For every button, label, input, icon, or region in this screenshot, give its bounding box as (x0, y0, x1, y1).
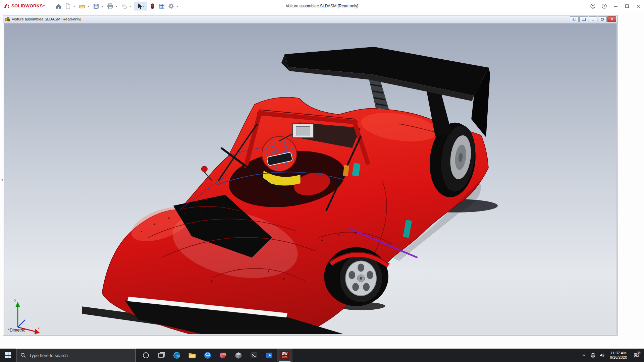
open-icon (79, 3, 85, 9)
task-view-icon (157, 351, 165, 359)
solidworks-abbr: SW (282, 352, 287, 356)
evaluate-button[interactable] (157, 2, 166, 10)
new-document-button[interactable] (63, 2, 72, 10)
minimize-button[interactable] (610, 0, 621, 12)
doc-minimize-button[interactable] (589, 16, 597, 22)
new-document-dropdown[interactable]: ▾ (72, 2, 76, 10)
app-workspace: ◂ Voiture assomblee.SLDASM [Read-only] (0, 12, 644, 349)
solidworks-year: 2020 (282, 356, 287, 358)
document-window: Voiture assomblee.SLDASM [Read-only] (3, 15, 618, 336)
media-app-icon (265, 351, 273, 359)
app-title: Voiture assomblee.SLDASM [Read-only] (286, 0, 358, 12)
select-tool-button[interactable]: ▾ (134, 2, 147, 10)
toolbar-expand-icon[interactable]: ▸ (43, 3, 45, 7)
new-document-icon (65, 3, 71, 9)
start-button[interactable] (0, 349, 16, 362)
tile-windows-icon (582, 18, 586, 21)
edge-icon (173, 351, 181, 359)
svg-text:y: y (14, 298, 16, 302)
svg-text:?: ? (603, 4, 605, 8)
close-icon (636, 4, 641, 9)
clock-time: 11:37 AM (606, 351, 631, 355)
taskbar-app-cad-cube[interactable] (231, 349, 246, 362)
account-button[interactable] (587, 0, 598, 12)
document-title: Voiture assomblee.SLDASM [Read-only] (12, 17, 81, 21)
assembly-document-icon (5, 17, 10, 22)
terminal-icon (250, 351, 258, 359)
photos-icon (219, 351, 227, 359)
notification-badge: 2 (637, 351, 641, 355)
viewport-3d-scene[interactable]: x y (4, 23, 616, 334)
close-button[interactable] (633, 0, 644, 12)
solidworks-taskbar-icon: SW 2020 (280, 351, 289, 360)
maximize-icon (625, 4, 630, 9)
browser-icon (204, 351, 212, 359)
options-gear-icon (168, 3, 174, 9)
taskbar-app-browser[interactable] (200, 349, 215, 362)
file-explorer-icon (188, 351, 196, 359)
doc-window-extra-button-1[interactable] (570, 16, 579, 22)
doc-restore-icon (601, 18, 604, 21)
taskbar-app-solidworks[interactable]: SW 2020 (277, 349, 292, 362)
print-dropdown[interactable]: ▾ (115, 2, 118, 10)
chevron-up-icon (581, 353, 587, 358)
task-view-button[interactable] (154, 349, 169, 362)
network-button[interactable] (588, 349, 597, 362)
taskbar-app-photos[interactable] (215, 349, 231, 362)
titlebar-right-controls: ? (587, 0, 644, 12)
appearance-icon (149, 3, 156, 9)
front-wheel[interactable] (324, 247, 388, 306)
solidworks-logo: SOLIDWORKS (3, 3, 43, 9)
undo-button[interactable] (120, 2, 128, 10)
options-dropdown[interactable]: ▾ (176, 2, 179, 10)
brand-name: SOLIDWORKS (11, 3, 43, 8)
system-tray: 11:37 AM 9/16/2020 2 (579, 349, 643, 362)
print-button[interactable] (106, 2, 114, 10)
print-icon (107, 3, 113, 9)
cortana-button[interactable] (138, 349, 154, 362)
home-icon (55, 3, 62, 9)
maximize-button[interactable] (621, 0, 633, 12)
home-button[interactable] (54, 2, 63, 10)
save-button[interactable] (92, 2, 100, 10)
volume-button[interactable] (597, 349, 606, 362)
windows-logo-icon (5, 352, 11, 358)
taskbar-app-edge[interactable] (169, 349, 184, 362)
save-icon (93, 3, 99, 9)
doc-minimize-icon (591, 18, 595, 21)
help-icon: ? (602, 4, 607, 9)
doc-close-button[interactable] (607, 16, 616, 22)
doc-window-extra-button-2[interactable] (579, 16, 588, 22)
taskbar-clock[interactable]: 11:37 AM 9/16/2020 (606, 351, 631, 360)
doc-close-icon (610, 18, 614, 21)
taskbar-search-input[interactable]: Type here to search (16, 349, 136, 362)
help-button[interactable]: ? (598, 0, 610, 12)
cascade-windows-icon (573, 18, 576, 21)
taskbar-app-file-explorer[interactable] (184, 349, 200, 362)
document-window-controls (570, 16, 616, 22)
open-button[interactable] (77, 2, 86, 10)
taskbar: Type here to search (0, 349, 644, 362)
taskbar-app-terminal[interactable] (246, 349, 262, 362)
save-dropdown[interactable]: ▾ (101, 2, 104, 10)
app-titlebar: SOLIDWORKS ▸ ▾ ▾ (0, 0, 644, 12)
svg-text:x: x (38, 326, 40, 330)
taskbar-app-media[interactable] (262, 349, 277, 362)
network-globe-icon (590, 353, 596, 358)
document-titlebar[interactable]: Voiture assomblee.SLDASM [Read-only] (3, 15, 618, 23)
options-button[interactable] (167, 2, 175, 10)
appearance-button[interactable] (148, 2, 157, 10)
action-center-button[interactable]: 2 (631, 349, 642, 362)
cortana-icon (142, 351, 150, 359)
open-dropdown[interactable]: ▾ (87, 2, 90, 10)
show-desktop-button[interactable] (642, 349, 643, 362)
select-tool-dropdown[interactable]: ▾ (143, 5, 144, 8)
undo-dropdown[interactable]: ▾ (129, 2, 132, 10)
doc-restore-button[interactable] (598, 16, 607, 22)
minimize-icon (613, 4, 618, 9)
account-icon (590, 4, 595, 9)
ds-logo-icon (3, 3, 10, 9)
graphics-viewport[interactable]: x y *Dimetric (4, 23, 617, 335)
tray-chevron-button[interactable] (579, 349, 588, 362)
volume-icon (599, 353, 605, 358)
